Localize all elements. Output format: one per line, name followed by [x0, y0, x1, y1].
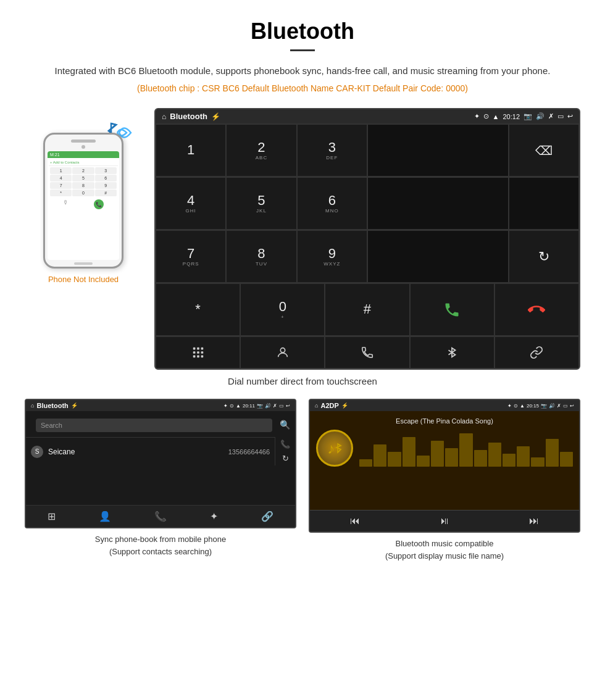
bt-status-bar: ⌂ Bluetooth ⚡ ✦ ⊙ ▲ 20:12 📷 🔊 ✗ ▭ ↩: [156, 109, 579, 123]
bluetooth-bottom-icon[interactable]: [410, 336, 494, 369]
eq-bar-12: [517, 446, 530, 467]
phone-key-6: 6: [95, 175, 117, 181]
dial-section: M:21 + Add to Contacts 1 2 3 4 5 6 7 8: [25, 108, 580, 370]
key-7[interactable]: 7 PQRS: [156, 230, 226, 283]
eq-bar-3: [388, 452, 401, 467]
search-bar[interactable]: Search: [36, 419, 272, 432]
music-cam-icon[interactable]: 📷: [541, 403, 547, 409]
search-icon[interactable]: 🔍: [280, 420, 290, 430]
music-content: ♪: [316, 430, 573, 467]
music-bt-icon: ✦: [507, 403, 512, 409]
pb-x-icon[interactable]: ✗: [273, 403, 277, 409]
search-placeholder: Search: [41, 422, 62, 429]
location-icon: ⊙: [483, 112, 489, 120]
music-title: A2DP: [320, 402, 338, 409]
key-3[interactable]: 3 DEF: [297, 124, 367, 177]
eq-bar-7: [445, 448, 458, 467]
pb-home-icon[interactable]: ⌂: [31, 402, 34, 409]
refresh-key[interactable]: ↻: [509, 230, 579, 283]
phone-keypad: 1 2 3 4 5 6 7 8 9 * 0 #: [49, 166, 118, 198]
volume-icon[interactable]: 🔊: [536, 112, 544, 120]
bt-icon: [445, 346, 459, 359]
music-time: 20:15: [527, 403, 539, 409]
key-1[interactable]: 1: [156, 124, 226, 177]
contact-name: Seicane: [48, 448, 228, 456]
contact-call-icon[interactable]: 📞: [280, 440, 290, 449]
back-icon[interactable]: ↩: [567, 112, 573, 120]
pb-usb-icon: ⚡: [71, 402, 78, 409]
phone-key-0: 0: [72, 190, 94, 196]
music-loc-icon: ⊙: [514, 403, 518, 409]
call-button[interactable]: [410, 283, 494, 336]
dialpad-row-3: 7 PQRS 8 TUV 9 WXYZ ↻: [156, 230, 579, 283]
music-back-icon[interactable]: ↩: [570, 403, 574, 409]
pb-loc-icon: ⊙: [230, 403, 234, 409]
dialpad-icon[interactable]: [156, 336, 240, 369]
contact-sync-icon[interactable]: ↻: [282, 454, 289, 463]
pb-cam-icon[interactable]: 📷: [257, 403, 263, 409]
phone-camera: [81, 145, 85, 149]
music-status-left: ⌂ A2DP ⚡: [315, 402, 348, 409]
pb-phone-icon[interactable]: 📞: [154, 510, 167, 522]
pb-back-icon[interactable]: ↩: [286, 403, 290, 409]
fast-forward-button[interactable]: ⏭: [529, 515, 539, 527]
phone-call-row: 🎙 📞: [49, 198, 118, 211]
pb-person-icon[interactable]: 👤: [99, 510, 111, 522]
bt-status-right: ✦ ⊙ ▲ 20:12 📷 🔊 ✗ ▭ ↩: [474, 112, 573, 120]
key-star[interactable]: *: [156, 283, 240, 336]
x-icon[interactable]: ✗: [548, 112, 554, 120]
music-equalizer: [359, 430, 573, 467]
music-controls: ⏮ ⏯ ⏭: [310, 510, 579, 531]
pb-link-icon[interactable]: 🔗: [261, 510, 273, 522]
play-pause-button[interactable]: ⏯: [440, 515, 449, 527]
empty-r3-1: [367, 230, 509, 283]
phone-screen: M:21 + Add to Contacts 1 2 3 4 5 6 7 8: [48, 151, 119, 260]
minimize-icon[interactable]: ▭: [557, 112, 564, 120]
rewind-button[interactable]: ⏮: [350, 515, 360, 527]
camera-icon[interactable]: 📷: [524, 112, 532, 120]
end-call-button[interactable]: [494, 283, 579, 336]
svg-rect-2: [201, 348, 203, 350]
link-icon[interactable]: [494, 336, 579, 369]
home-icon[interactable]: ⌂: [162, 112, 166, 121]
usb-icon: ⚡: [211, 112, 220, 121]
dialpad-row-1: 1 2 ABC 3 DEF ⌫: [156, 124, 579, 177]
dialpad-grid-icon: [191, 346, 205, 359]
key-0[interactable]: 0 +: [240, 283, 325, 336]
phone-key-2: 2: [72, 167, 94, 174]
pb-vol-icon[interactable]: 🔊: [265, 403, 271, 409]
pb-dialpad-icon[interactable]: ⊞: [48, 510, 56, 522]
call-log-icon[interactable]: [325, 336, 409, 369]
pb-min-icon[interactable]: ▭: [279, 403, 284, 409]
pb-bt-bottom-icon[interactable]: ✦: [210, 510, 218, 522]
key-4[interactable]: 4 GHI: [156, 177, 226, 230]
music-x-icon[interactable]: ✗: [557, 403, 561, 409]
contact-row: S Seicane 13566664466 📞 ↻: [26, 437, 295, 465]
pb-status-left: ⌂ Bluetooth ⚡: [31, 402, 78, 409]
music-status-bar: ⌂ A2DP ⚡ ✦ ⊙ ▲ 20:15 📷 🔊 ✗ ▭ ↩: [310, 400, 579, 411]
key-hash[interactable]: #: [325, 283, 409, 336]
svg-point-9: [280, 348, 285, 352]
phone-home-bar: [74, 262, 93, 265]
svg-rect-8: [201, 356, 203, 358]
contact-item[interactable]: S Seicane 13566664466: [26, 437, 275, 465]
phone-mute-icon: 🎙: [63, 199, 69, 209]
key-6[interactable]: 6 MNO: [297, 177, 367, 230]
key-2[interactable]: 2 ABC: [226, 124, 296, 177]
music-vol-icon[interactable]: 🔊: [549, 403, 555, 409]
backspace-key[interactable]: ⌫: [509, 124, 579, 177]
time-display: 20:12: [503, 113, 520, 120]
page-container: Bluetooth Integrated with BC6 Bluetooth …: [0, 0, 605, 594]
key-8[interactable]: 8 TUV: [226, 230, 296, 283]
svg-rect-0: [193, 348, 195, 350]
music-min-icon[interactable]: ▭: [563, 403, 568, 409]
music-sig-icon: ▲: [520, 403, 525, 409]
phone-key-7: 7: [50, 182, 72, 189]
key-5[interactable]: 5 JKL: [226, 177, 296, 230]
key-9[interactable]: 9 WXYZ: [297, 230, 367, 283]
eq-bar-5: [417, 456, 430, 467]
music-song-title: Escape (The Pina Colada Song): [396, 417, 493, 425]
eq-bar-8: [459, 433, 472, 467]
contacts-icon[interactable]: [240, 336, 325, 369]
music-home-icon[interactable]: ⌂: [315, 402, 318, 409]
